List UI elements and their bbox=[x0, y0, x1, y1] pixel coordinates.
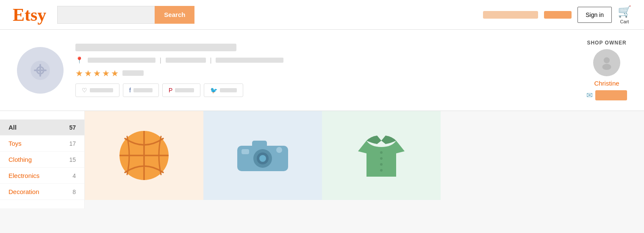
location-icon: 📍 bbox=[75, 56, 83, 64]
sidebar-item-all[interactable]: All 57 bbox=[0, 119, 84, 136]
shop-owner-label: SHOP OWNER bbox=[587, 40, 626, 46]
shop-name-bar bbox=[75, 44, 236, 51]
sidebar-item-count-electronics: 4 bbox=[72, 172, 76, 179]
svg-point-15 bbox=[380, 157, 383, 160]
svg-rect-12 bbox=[242, 149, 249, 154]
facebook-button[interactable]: f bbox=[123, 83, 159, 97]
search-button[interactable]: Search bbox=[155, 6, 194, 24]
owner-action-button[interactable] bbox=[595, 90, 627, 100]
header: Etsy Search Sign in 🛒 Cart bbox=[0, 0, 644, 30]
facebook-label bbox=[133, 88, 153, 92]
favorite-button[interactable]: ♡ bbox=[75, 83, 119, 97]
header-nav: Sign in 🛒 Cart bbox=[483, 5, 631, 24]
shop-meta-info3 bbox=[216, 58, 283, 63]
shop-meta-location bbox=[88, 58, 155, 63]
svg-point-5 bbox=[602, 64, 611, 70]
facebook-icon: f bbox=[129, 87, 131, 94]
shop-meta-info2 bbox=[166, 58, 206, 63]
sidebar-item-decoration[interactable]: Decoration 8 bbox=[0, 184, 84, 200]
sidebar-item-label-all: All bbox=[8, 124, 17, 131]
owner-actions: ✉ bbox=[586, 90, 627, 100]
message-icon: ✉ bbox=[586, 91, 593, 100]
sidebar-item-clothing[interactable]: Clothing 15 bbox=[0, 152, 84, 168]
favorite-label bbox=[90, 88, 113, 92]
search-input[interactable] bbox=[57, 6, 155, 24]
owner-name: Christine bbox=[594, 80, 619, 87]
shop-owner-area: SHOP OWNER Christine ✉ bbox=[574, 40, 627, 100]
shop-avatar bbox=[17, 47, 64, 94]
svg-point-13 bbox=[276, 147, 282, 153]
cart-area[interactable]: 🛒 Cart bbox=[618, 5, 631, 24]
heart-icon: ♡ bbox=[82, 87, 87, 94]
sidebar: All 57 Toys 17 Clothing 15 Electronics 4… bbox=[0, 111, 85, 208]
shop-info: 📍 | | ★ ★ ★ ★ ★ ♡ f P bbox=[75, 44, 562, 97]
product-card-camera[interactable] bbox=[203, 111, 322, 200]
search-bar: Search bbox=[57, 6, 194, 24]
shop-logo-icon bbox=[29, 59, 51, 81]
nav-pill-short bbox=[544, 11, 572, 19]
owner-avatar-icon bbox=[600, 55, 614, 70]
sidebar-item-toys[interactable]: Toys 17 bbox=[0, 136, 84, 152]
pinterest-label bbox=[175, 88, 194, 92]
signin-button[interactable]: Sign in bbox=[577, 7, 612, 23]
shirt-icon bbox=[354, 128, 409, 183]
sidebar-item-label-clothing: Clothing bbox=[8, 156, 32, 163]
svg-rect-8 bbox=[252, 141, 267, 148]
svg-point-4 bbox=[604, 57, 610, 63]
main-content: All 57 Toys 17 Clothing 15 Electronics 4… bbox=[0, 111, 644, 208]
social-buttons: ♡ f P 🐦 bbox=[75, 83, 562, 97]
pinterest-button[interactable]: P bbox=[162, 83, 200, 97]
cart-label: Cart bbox=[620, 19, 629, 24]
svg-point-17 bbox=[380, 169, 383, 172]
svg-point-11 bbox=[259, 155, 266, 162]
star-count-bar bbox=[122, 70, 144, 76]
sidebar-item-count-clothing: 15 bbox=[69, 156, 76, 163]
sidebar-item-electronics[interactable]: Electronics 4 bbox=[0, 168, 84, 184]
pinterest-icon: P bbox=[169, 87, 172, 94]
twitter-label bbox=[220, 88, 237, 92]
twitter-button[interactable]: 🐦 bbox=[204, 83, 243, 97]
basketball-icon bbox=[117, 128, 172, 183]
sidebar-item-label-toys: Toys bbox=[8, 140, 22, 147]
product-card-clothing[interactable] bbox=[322, 111, 441, 200]
profile-section: 📍 | | ★ ★ ★ ★ ★ ♡ f P bbox=[0, 30, 644, 111]
sidebar-item-label-decoration: Decoration bbox=[8, 188, 39, 195]
product-card-toys[interactable] bbox=[85, 111, 203, 200]
svg-point-14 bbox=[380, 151, 383, 154]
cart-icon: 🛒 bbox=[618, 5, 631, 18]
sidebar-item-count-toys: 17 bbox=[69, 140, 76, 147]
shop-meta: 📍 | | bbox=[75, 56, 562, 64]
camera-icon bbox=[235, 128, 290, 183]
sidebar-item-label-electronics: Electronics bbox=[8, 172, 39, 179]
twitter-icon: 🐦 bbox=[210, 87, 217, 94]
owner-avatar bbox=[593, 49, 620, 76]
stars: ★ ★ ★ ★ ★ bbox=[75, 68, 562, 78]
svg-point-16 bbox=[380, 163, 383, 166]
logo: Etsy bbox=[13, 6, 46, 24]
sidebar-item-count-all: 57 bbox=[69, 124, 76, 131]
sidebar-item-count-decoration: 8 bbox=[72, 189, 76, 195]
nav-pill-long bbox=[483, 11, 538, 19]
product-grid bbox=[85, 111, 644, 208]
